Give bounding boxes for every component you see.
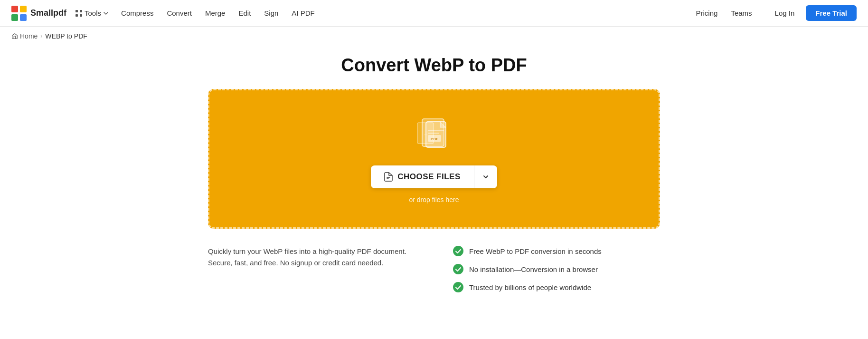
file-icon xyxy=(384,172,393,182)
logo-text: Smallpdf xyxy=(30,8,66,18)
free-trial-button[interactable]: Free Trial xyxy=(806,5,857,21)
breadcrumb-separator: › xyxy=(40,33,42,39)
svg-rect-6 xyxy=(75,14,78,17)
nav-compress[interactable]: Compress xyxy=(115,6,159,20)
dropdown-chevron-icon xyxy=(482,173,490,181)
page-title: Convert WebP to PDF xyxy=(208,55,660,76)
nav-links: Compress Convert Merge Edit Sign AI PDF xyxy=(115,6,321,20)
svg-rect-5 xyxy=(80,10,82,12)
svg-point-20 xyxy=(453,282,463,292)
feature-item: No installation—Conversion in a browser xyxy=(453,264,660,274)
nav-ai-pdf[interactable]: AI PDF xyxy=(286,6,320,20)
feature-item: Free WebP to PDF conversion in seconds xyxy=(453,246,660,256)
main-content: Convert WebP to PDF PDF ··· xyxy=(197,46,671,311)
choose-files-label: CHOOSE FILES xyxy=(397,172,461,182)
login-button[interactable]: Log In xyxy=(767,6,802,20)
features-list: Free WebP to PDF conversion in seconds N… xyxy=(453,246,660,292)
dropzone-icon: PDF ··· xyxy=(413,114,455,154)
nav-right: Pricing Teams Log In Free Trial xyxy=(690,5,857,21)
svg-rect-2 xyxy=(11,14,18,21)
dropzone[interactable]: PDF ··· CHOOSE FILES xyxy=(208,89,660,229)
logo-link[interactable]: Smallpdf xyxy=(11,6,66,21)
svg-text:···: ··· xyxy=(424,133,427,136)
check-circle-icon xyxy=(453,246,463,256)
description: Quickly turn your WebP files into a high… xyxy=(208,246,415,269)
svg-point-19 xyxy=(453,264,463,274)
feature-item: Trusted by billions of people worldwide xyxy=(453,282,660,292)
breadcrumb-home-label: Home xyxy=(20,32,38,40)
svg-point-18 xyxy=(453,246,463,256)
nav-pricing[interactable]: Pricing xyxy=(690,6,724,20)
nav-convert[interactable]: Convert xyxy=(161,6,198,20)
svg-rect-7 xyxy=(80,14,82,17)
chevron-down-icon xyxy=(103,10,109,16)
home-icon xyxy=(11,33,18,39)
svg-rect-4 xyxy=(75,10,78,12)
svg-rect-3 xyxy=(20,14,27,21)
drop-hint: or drop files here xyxy=(409,196,459,203)
feature-text: Free WebP to PDF conversion in seconds xyxy=(469,247,602,255)
smallpdf-logo-icon xyxy=(11,6,27,21)
nav-edit[interactable]: Edit xyxy=(233,6,256,20)
svg-rect-0 xyxy=(11,6,18,12)
breadcrumb: Home › WEBP to PDF xyxy=(0,27,868,46)
feature-text: No installation—Conversion in a browser xyxy=(469,265,598,273)
tools-label: Tools xyxy=(85,9,101,17)
nav-merge[interactable]: Merge xyxy=(199,6,231,20)
nav-sign[interactable]: Sign xyxy=(258,6,284,20)
navbar: Smallpdf Tools Compress Convert Merge Ed… xyxy=(0,0,868,27)
nav-teams[interactable]: Teams xyxy=(725,6,757,20)
breadcrumb-home-link[interactable]: Home xyxy=(11,32,38,40)
nav-right-links: Pricing Teams xyxy=(690,6,758,20)
feature-text: Trusted by billions of people worldwide xyxy=(469,283,591,291)
below-fold: Quickly turn your WebP files into a high… xyxy=(208,246,660,292)
choose-files-button[interactable]: CHOOSE FILES xyxy=(371,165,474,188)
check-circle-icon xyxy=(453,282,463,292)
check-circle-icon xyxy=(453,264,463,274)
breadcrumb-current: WEBP to PDF xyxy=(45,32,87,40)
svg-rect-1 xyxy=(20,6,27,12)
tools-menu-button[interactable]: Tools xyxy=(70,6,113,20)
choose-files-dropdown-button[interactable] xyxy=(474,165,497,188)
grid-icon xyxy=(75,10,83,17)
choose-files-row: CHOOSE FILES xyxy=(371,165,497,188)
